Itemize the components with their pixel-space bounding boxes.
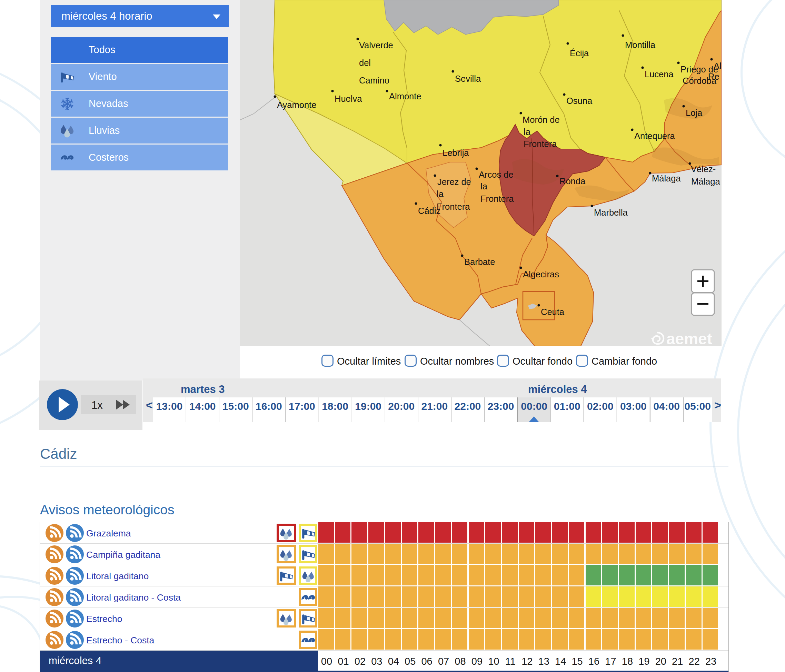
- svg-text:la: la: [437, 189, 444, 199]
- svg-text:Jerez de: Jerez de: [437, 177, 471, 186]
- svg-text:Frontera: Frontera: [524, 139, 557, 149]
- svg-text:la: la: [480, 182, 488, 191]
- svg-text:la: la: [524, 127, 531, 136]
- svg-text:aemet: aemet: [666, 330, 712, 346]
- svg-text:Frontera: Frontera: [437, 202, 470, 211]
- svg-text:Écija: Écija: [570, 48, 589, 58]
- svg-text:Barbate: Barbate: [464, 257, 495, 267]
- svg-text:Arcos de: Arcos de: [479, 170, 514, 179]
- svg-text:Ceuta: Ceuta: [541, 307, 565, 317]
- svg-text:Osuna: Osuna: [566, 96, 593, 106]
- svg-text:Loja: Loja: [686, 108, 702, 117]
- svg-text:Antequera: Antequera: [634, 131, 675, 141]
- svg-text:Lucena: Lucena: [644, 69, 674, 79]
- svg-text:Huelva: Huelva: [335, 94, 362, 103]
- svg-text:Ayamonte: Ayamonte: [277, 100, 316, 110]
- svg-text:Montilla: Montilla: [625, 40, 656, 50]
- svg-text:Re: Re: [708, 72, 719, 81]
- svg-text:Marbella: Marbella: [594, 208, 628, 217]
- svg-text:Vélez-: Vélez-: [691, 164, 716, 174]
- svg-text:Sevilla: Sevilla: [455, 74, 481, 83]
- svg-text:Lebrija: Lebrija: [443, 148, 469, 158]
- svg-text:Algeciras: Algeciras: [523, 269, 559, 279]
- svg-text:Morón de: Morón de: [522, 115, 560, 125]
- svg-text:Málaga: Málaga: [652, 174, 681, 183]
- svg-text:Ronda: Ronda: [560, 176, 586, 186]
- svg-text:Málaga: Málaga: [691, 177, 720, 186]
- svg-text:Alc: Alc: [714, 61, 721, 71]
- svg-text:Cádiz: Cádiz: [418, 206, 441, 216]
- svg-text:Frontera: Frontera: [480, 194, 514, 204]
- svg-text:del: del: [359, 58, 371, 67]
- svg-text:Valverde: Valverde: [359, 40, 393, 50]
- svg-text:Camino: Camino: [359, 75, 389, 85]
- svg-text:Almonte: Almonte: [389, 91, 421, 101]
